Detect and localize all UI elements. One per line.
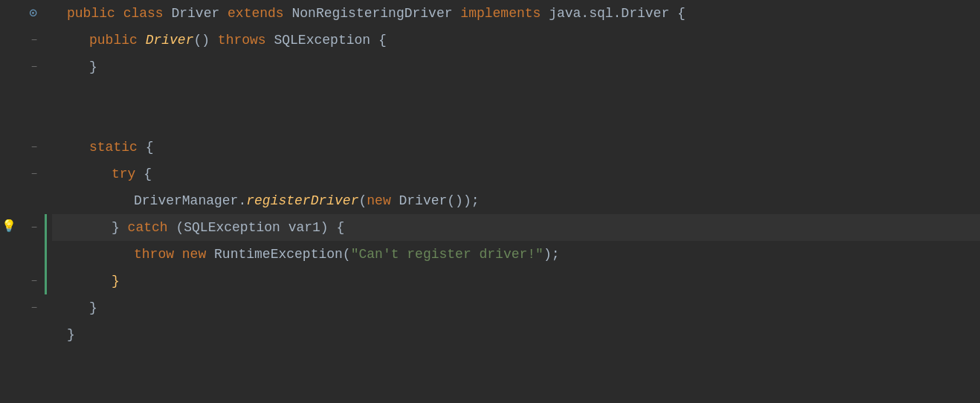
intention-bulb-icon[interactable]: 💡: [1, 218, 16, 237]
gutter-row: [0, 107, 45, 134]
token: try: [112, 164, 144, 185]
token: }: [89, 297, 97, 319]
code-line: }: [52, 54, 980, 80]
token: extends: [228, 3, 291, 25]
gutter-row: [0, 187, 45, 214]
token: implements: [460, 3, 549, 25]
code-line: } catch (SQLException var1) {: [52, 214, 980, 241]
token: new: [367, 190, 399, 212]
code-line: }: [52, 294, 980, 321]
gutter-row: −: [0, 268, 45, 294]
gutter-row: −: [0, 294, 45, 321]
token: NonRegisteringDriver: [291, 3, 460, 25]
token: class: [123, 3, 172, 25]
token: {: [144, 164, 152, 185]
token: RuntimeException(: [214, 244, 351, 265]
block-accent: [45, 241, 47, 268]
gutter-row: −: [0, 54, 45, 80]
token: }: [89, 57, 97, 78]
fold-minus-icon[interactable]: −: [28, 61, 40, 73]
token: (: [358, 190, 367, 212]
gutter: ⊙−−−−−💡−−: [0, 0, 45, 403]
block-accent: [45, 214, 47, 241]
code-line: }: [52, 321, 980, 348]
fold-minus-icon[interactable]: −: [28, 275, 40, 287]
code-line: throw new RuntimeException("Can't regist…: [52, 241, 980, 268]
token: throw: [134, 244, 182, 265]
block-accent: [45, 268, 47, 294]
token: throws: [218, 30, 274, 51]
fold-minus-icon[interactable]: −: [28, 141, 40, 153]
search-icon[interactable]: ⊙: [29, 3, 37, 25]
gutter-row: −: [0, 134, 45, 161]
gutter-row: −: [0, 161, 45, 187]
token: Driver: [171, 3, 228, 25]
code-editor: ⊙−−−−−💡−− public class Driver extends No…: [0, 0, 980, 403]
code-line: static {: [52, 134, 980, 161]
gutter-row: [0, 241, 45, 268]
token: "Can't register driver!": [351, 244, 544, 265]
fold-minus-icon[interactable]: −: [28, 168, 40, 180]
gutter-row: [0, 321, 45, 348]
token: Driver());: [399, 190, 480, 212]
code-line: [52, 107, 980, 134]
code-line: try {: [52, 161, 980, 187]
token: public: [67, 3, 123, 25]
token: static: [89, 137, 146, 158]
token: registerDriver: [246, 190, 358, 212]
code-line: [52, 80, 980, 107]
fold-minus-icon[interactable]: −: [28, 302, 40, 314]
token: {: [146, 137, 154, 158]
code-line: }: [52, 268, 980, 294]
code-line: DriverManager.registerDriver(new Driver(…: [52, 187, 980, 214]
token: }: [112, 271, 120, 292]
token: }: [67, 324, 75, 346]
token: (): [193, 30, 217, 51]
token: Driver: [146, 30, 194, 51]
code-area: public class Driver extends NonRegisteri…: [45, 0, 980, 403]
gutter-row: ⊙: [0, 0, 45, 27]
gutter-row: [0, 80, 45, 107]
fold-minus-icon[interactable]: −: [28, 222, 40, 233]
token: java.sql.Driver {: [549, 3, 686, 25]
code-line: public Driver() throws SQLException {: [52, 27, 980, 54]
token: SQLException {: [274, 30, 386, 51]
token: public: [89, 30, 146, 51]
token: );: [544, 244, 560, 265]
token: DriverManager.: [134, 190, 246, 212]
gutter-row: −: [0, 27, 45, 54]
gutter-row: −💡: [0, 214, 45, 241]
token: }: [112, 217, 128, 239]
code-line: public class Driver extends NonRegisteri…: [52, 0, 980, 27]
token: new: [182, 244, 214, 265]
token: catch: [128, 217, 176, 239]
token: (SQLException var1) {: [175, 217, 344, 239]
fold-minus-icon[interactable]: −: [28, 34, 40, 46]
